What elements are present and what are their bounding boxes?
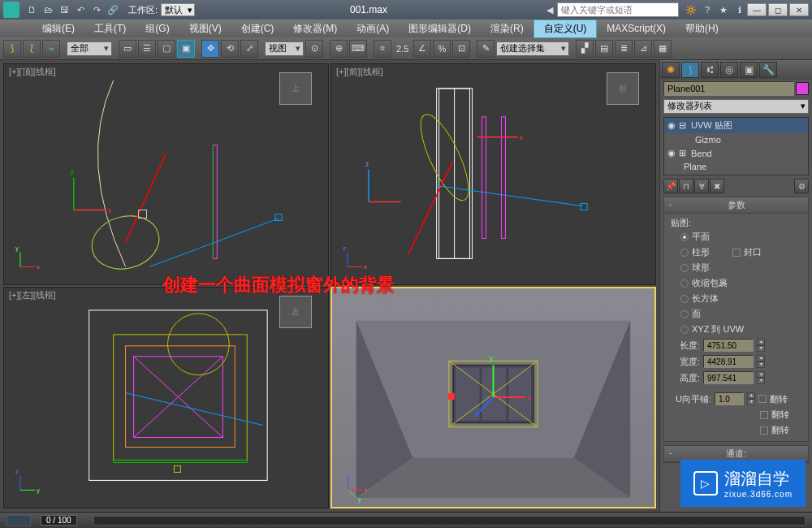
mod-stack-item[interactable]: ◉⊞Bend (664, 146, 808, 160)
window-crossing-icon[interactable]: ▣ (177, 40, 195, 58)
flip-v-checkbox[interactable] (760, 411, 768, 419)
tab-display-icon[interactable]: ▣ (740, 62, 758, 78)
mod-stack-item[interactable]: Gizmo (664, 133, 808, 146)
snap-toggle-icon[interactable]: ⌗ (374, 40, 391, 58)
length-spin-buttons[interactable]: ▴▾ (757, 339, 765, 352)
select-by-name-icon[interactable]: ☰ (138, 40, 156, 58)
help-icon[interactable]: ? (700, 2, 715, 17)
remove-mod-icon[interactable]: ✖ (710, 179, 724, 193)
rotate-tool-icon[interactable]: ⟲ (221, 40, 239, 58)
object-color-swatch[interactable] (796, 82, 809, 95)
width-spin-buttons[interactable]: ▴▾ (757, 355, 765, 368)
layers-icon[interactable]: ≣ (615, 40, 633, 58)
selection-filter-combo[interactable]: 全部 (67, 41, 112, 56)
unlink-tool-icon[interactable]: ⟅ (23, 40, 41, 58)
tab-motion-icon[interactable]: ◎ (720, 62, 738, 78)
window-max-icon[interactable]: ◻ (768, 3, 788, 16)
menu-3[interactable]: 视图(V) (179, 20, 231, 37)
named-sel-combo[interactable]: 创建选择集 (496, 41, 569, 56)
menu-10[interactable]: MAXScript(X) (597, 21, 676, 36)
show-end-result-icon[interactable]: ⊓ (679, 179, 693, 193)
timeline-slider[interactable] (93, 516, 806, 526)
window-close-icon[interactable]: ✕ (789, 3, 809, 16)
curve-editor-icon[interactable]: ⊿ (634, 40, 652, 58)
star-icon[interactable]: ★ (716, 2, 731, 17)
menu-1[interactable]: 工具(T) (84, 20, 136, 37)
tab-hierarchy-icon[interactable]: ⑆ (701, 62, 719, 78)
viewport-left[interactable]: [+][左][线框] 左 y z (3, 287, 329, 509)
edit-named-sel-icon[interactable]: ✎ (477, 40, 495, 58)
pin-stack-icon[interactable]: 📌 (663, 179, 678, 193)
select-object-icon[interactable]: ▭ (119, 40, 136, 58)
length-spinner[interactable] (703, 339, 754, 352)
map-option-5[interactable]: 面 (671, 306, 801, 322)
map-option-1[interactable]: 柱形封口 (671, 245, 801, 260)
search-input[interactable] (557, 2, 679, 17)
select-region-rect-icon[interactable]: ▢ (158, 40, 175, 58)
bind-space-warp-icon[interactable]: ≈ (42, 40, 60, 58)
window-min-icon[interactable]: — (747, 3, 767, 16)
spinner-snap-icon[interactable]: ⊡ (452, 40, 470, 58)
timeline-icon[interactable] (6, 515, 31, 526)
move-tool-icon[interactable]: ✥ (201, 40, 219, 58)
menu-11[interactable]: 帮助(H) (676, 20, 728, 37)
cap-checkbox[interactable] (732, 249, 741, 257)
mod-stack-item[interactable]: ◉⊟UVW 贴图 (664, 118, 808, 133)
tab-create-icon[interactable]: ✺ (662, 62, 680, 78)
modifier-list-combo[interactable]: 修改器列表 (663, 99, 809, 114)
link-icon[interactable]: 🔗 (106, 2, 120, 17)
flip-w-checkbox[interactable] (760, 426, 768, 435)
map-option-0[interactable]: 平面 (671, 229, 801, 245)
map-option-3[interactable]: 收缩包裹 (671, 275, 801, 291)
tab-modify-icon[interactable]: ⟆ (681, 62, 699, 78)
object-name-input[interactable] (663, 81, 794, 96)
menu-9[interactable]: 自定义(U) (533, 19, 598, 38)
params-rollout-header[interactable]: 参数 (664, 197, 808, 214)
make-unique-icon[interactable]: ∀ (694, 179, 709, 193)
menu-5[interactable]: 修改器(M) (283, 20, 347, 37)
viewport-front[interactable]: [+][前][线框] 前 x z x z (330, 63, 656, 285)
select-manip-icon[interactable]: ⊕ (330, 40, 348, 58)
menu-4[interactable]: 创建(C) (231, 20, 284, 37)
link-tool-icon[interactable]: ⟆ (3, 40, 21, 58)
angle-snap-icon[interactable]: ∠ (413, 40, 431, 58)
menu-2[interactable]: 组(G) (136, 20, 179, 37)
keyboard-shortcut-icon[interactable]: ⌨ (349, 40, 367, 58)
undo-icon[interactable]: ↶ (73, 2, 88, 17)
new-icon[interactable]: 🗋 (24, 2, 39, 17)
configure-sets-icon[interactable]: ⚙ (794, 179, 809, 193)
menu-0[interactable]: 编辑(E) (32, 20, 84, 37)
binoculars-icon[interactable]: 🔆 (684, 2, 698, 17)
info-icon[interactable]: ℹ (732, 2, 747, 17)
use-pivot-center-icon[interactable]: ⊙ (305, 40, 323, 58)
scale-tool-icon[interactable]: ⤢ (240, 40, 258, 58)
percent-snap-icon[interactable]: % (433, 40, 451, 58)
modifier-stack[interactable]: ◉⊟UVW 贴图Gizmo◉⊞BendPlane (663, 117, 809, 175)
workspace-combo[interactable]: 默认 (161, 3, 195, 16)
viewport-camera[interactable]: [+][VR物理摄影机001][线框] x y (330, 287, 656, 509)
viewport-front-label[interactable]: [+][前][线框] (336, 66, 383, 78)
map-option-6[interactable]: XYZ 到 UVW (671, 322, 801, 337)
menu-6[interactable]: 动画(A) (347, 20, 399, 37)
map-option-2[interactable]: 球形 (671, 260, 801, 275)
open-icon[interactable]: 🗁 (41, 2, 55, 17)
app-logo-icon[interactable] (3, 2, 19, 18)
menu-7[interactable]: 图形编辑器(D) (399, 20, 481, 37)
chevron-left-icon[interactable]: ◀ (542, 2, 557, 17)
height-spinner[interactable] (703, 371, 754, 384)
height-spin-buttons[interactable]: ▴▾ (757, 371, 765, 384)
save-icon[interactable]: 🖫 (57, 2, 71, 17)
flip-u-checkbox[interactable] (758, 395, 767, 403)
align-icon[interactable]: ▤ (595, 40, 613, 58)
width-spinner[interactable] (703, 355, 754, 368)
menu-8[interactable]: 渲染(R) (481, 20, 533, 37)
tab-utilities-icon[interactable]: 🔧 (759, 62, 777, 78)
viewport-top-label[interactable]: [+][顶][线框] (9, 66, 56, 78)
tile-u-spin-buttons[interactable]: ▴▾ (747, 392, 755, 405)
tile-u-spinner[interactable] (715, 392, 744, 405)
ref-coord-combo[interactable]: 视图 (265, 41, 304, 56)
viewport-left-label[interactable]: [+][左][线框] (9, 289, 56, 301)
mod-stack-item[interactable]: Plane (664, 160, 808, 173)
schematic-icon[interactable]: ▦ (654, 40, 672, 58)
map-option-4[interactable]: 长方体 (671, 291, 801, 306)
